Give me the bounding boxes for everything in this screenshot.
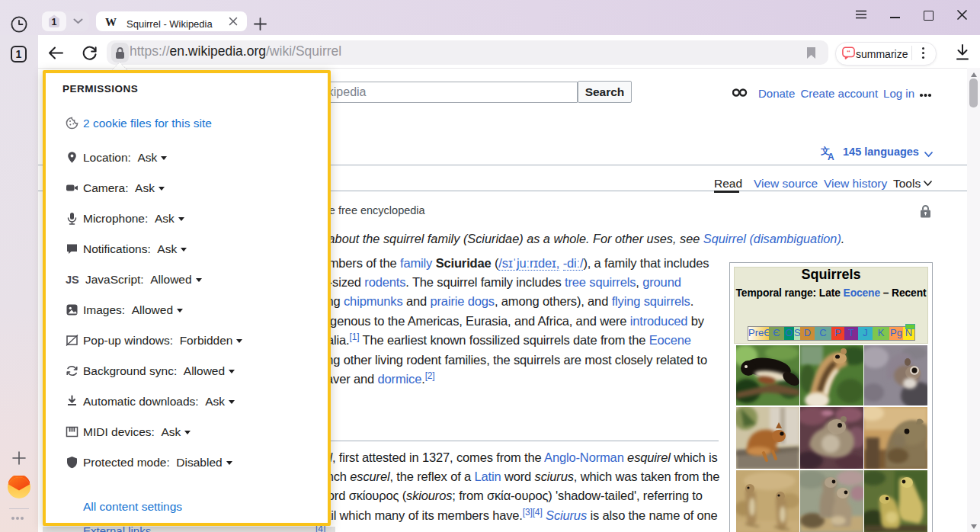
svg-text:“: “ — [847, 48, 850, 56]
svg-text:1: 1 — [52, 17, 57, 27]
svg-text:A: A — [828, 152, 834, 161]
